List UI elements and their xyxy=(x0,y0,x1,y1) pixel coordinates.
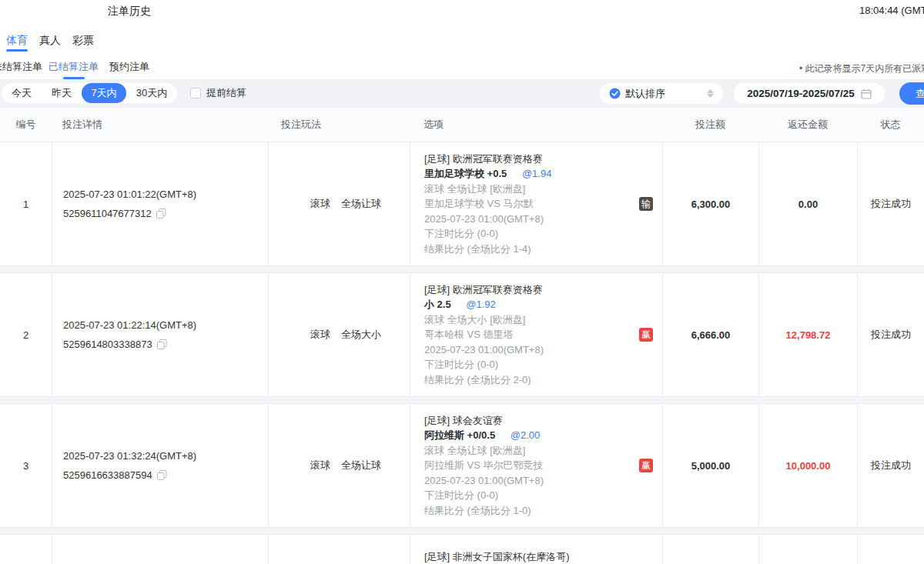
status-cell xyxy=(857,535,924,564)
stake-value: 6,666.00 xyxy=(691,329,731,341)
play-type-cell: 滚球 全场让球 xyxy=(268,404,410,527)
result-score: 结果比分 (全场比分 2-0) xyxy=(424,372,631,388)
table-header: 编号 投注详情 投注玩法 选项 投注额 返还金额 状态 xyxy=(0,108,924,142)
selection-cell: [足球] 欧洲冠军联赛资格赛 里加足球学校 +0.5 @1.94 滚球 全场让球… xyxy=(410,142,662,265)
col-number: 编号 xyxy=(0,118,52,132)
stake-value: 5,000.00 xyxy=(691,460,731,472)
calendar-icon xyxy=(861,88,872,99)
page-title: 注单历史 xyxy=(108,5,151,18)
score-at-bet: 下注时比分 (0-0) xyxy=(424,226,631,242)
row-number xyxy=(0,535,52,564)
status-cell: 投注成功 xyxy=(857,273,924,396)
payout-value: 0.00 xyxy=(798,199,818,210)
range-yesterday[interactable]: 昨天 xyxy=(42,83,82,103)
clock: 18:04:44 (GMT+8) xyxy=(859,5,924,16)
date-range-value: 2025/07/19-2025/07/25 xyxy=(747,88,855,99)
odds: @1.94 xyxy=(522,168,552,179)
bet-details-cell: 2025-07-23 01:01:22(GMT+8) 5259611047677… xyxy=(52,142,268,265)
payout-value: 12,798.72 xyxy=(786,329,831,341)
bet-id-line: 5259614803338873 xyxy=(63,336,268,352)
league: [足球] 欧洲冠军联赛资格赛 xyxy=(424,152,631,167)
col-play-type: 投注玩法 xyxy=(268,118,410,132)
score-at-bet: 下注时比分 (0-0) xyxy=(424,357,631,372)
row-number: 1 xyxy=(0,142,52,265)
play-live: 滚球 xyxy=(310,328,330,342)
selection: 里加足球学校 +0.5 xyxy=(424,168,507,179)
table-row: 1 2025-07-23 01:01:22(GMT+8) 52596110476… xyxy=(0,142,924,266)
market: 滚球 全场让球 [欧洲盘] xyxy=(424,182,631,197)
subtab-unsettled[interactable]: 未结算注单 xyxy=(0,60,42,74)
selection: 小 2.5 xyxy=(424,299,451,310)
stake-cell: 5,000.00 xyxy=(662,404,758,527)
tab-live-casino[interactable]: 真人 xyxy=(39,27,61,58)
league: [足球] 欧洲冠军联赛资格赛 xyxy=(424,282,631,298)
main-tabs: 体育 真人 彩票 xyxy=(0,27,924,58)
bet-history-page: 注单历史 18:04:44 (GMT+8) 体育 真人 彩票 未结算注单 已结算… xyxy=(0,0,924,564)
subtab-reserved[interactable]: 预约注单 xyxy=(109,60,149,74)
col-bet-details: 投注详情 xyxy=(52,118,268,132)
play-type-cell: 滚球 全场大小 xyxy=(268,273,410,396)
col-stake: 投注额 xyxy=(662,118,758,132)
selection-line: 小 2.5 @1.92 xyxy=(424,297,631,312)
col-payout: 返还金额 xyxy=(758,118,857,132)
table-row: 2 2025-07-23 01:22:14(GMT+8) 52596148033… xyxy=(0,272,924,397)
copy-icon[interactable] xyxy=(157,470,167,480)
tab-lottery[interactable]: 彩票 xyxy=(72,27,94,58)
query-button[interactable]: 查询 xyxy=(899,82,924,105)
range-today[interactable]: 今天 xyxy=(2,83,42,103)
score-at-bet: 下注时比分 (0-0) xyxy=(424,488,631,503)
match: 阿拉维斯 VS 毕尔巴鄂竞技 xyxy=(424,458,631,473)
match-time: 2025-07-23 01:00(GMT+8) xyxy=(424,212,631,227)
result-score: 结果比分 (全场比分 1-4) xyxy=(424,242,631,257)
bet-details-cell: 2025-07-23 01:32:24(GMT+8) 5259616633887… xyxy=(52,404,268,527)
range-30days[interactable]: 30天内 xyxy=(126,83,177,103)
subtab-settled[interactable]: 已结算注单 xyxy=(49,60,99,74)
early-settle-toggle[interactable]: 提前结算 xyxy=(190,86,246,100)
league: [足球] 非洲女子国家杯(在摩洛哥) xyxy=(424,549,631,564)
checkbox-icon[interactable] xyxy=(190,88,201,98)
record-note: • 此记录将显示7天内所有已派彩的 xyxy=(799,62,924,75)
col-selection: 选项 xyxy=(410,118,662,132)
sub-tabs: 未结算注单 已结算注单 预约注单 • 此记录将显示7天内所有已派彩的 xyxy=(0,58,924,79)
bet-id: 5259616633887594 xyxy=(63,467,152,483)
play-live: 滚球 xyxy=(310,197,330,211)
market: 滚球 全场大小 [欧洲盘] xyxy=(424,312,631,328)
bet-time: 2025-07-23 01:01:22(GMT+8) xyxy=(63,186,268,202)
league: [足球] 球会友谊赛 xyxy=(424,413,631,429)
play-live: 滚球 xyxy=(310,459,330,472)
odds: @1.92 xyxy=(466,299,496,310)
row-number: 2 xyxy=(0,273,52,396)
selection-cell: [足球] 非洲女子国家杯(在摩洛哥) xyxy=(410,535,662,564)
top-bar: 注单历史 18:04:44 (GMT+8) xyxy=(0,0,924,28)
date-range-picker[interactable]: 2025/07/19-2025/07/25 xyxy=(734,83,885,104)
outcome-badge-win: 赢 xyxy=(639,328,653,342)
bet-id: 5259614803338873 xyxy=(63,336,152,352)
payout-cell: 10,000.00 xyxy=(758,404,857,527)
match: 哥本哈根 VS 德里塔 xyxy=(424,327,631,342)
payout-cell xyxy=(758,535,857,564)
market: 滚球 全场让球 [欧洲盘] xyxy=(424,443,631,459)
tab-sports[interactable]: 体育 xyxy=(6,27,28,58)
sort-select[interactable]: 默认排序 xyxy=(600,83,723,104)
bet-id-line: 5259616633887594 xyxy=(63,467,268,483)
table-row: 3 2025-07-23 01:32:24(GMT+8) 52596166338… xyxy=(0,403,924,528)
check-circle-icon xyxy=(609,88,621,99)
filter-bar: 今天 昨天 7天内 30天内 提前结算 默认排序 2025/07/19-2025… xyxy=(0,79,924,108)
match-time: 2025-07-23 01:00(GMT+8) xyxy=(424,473,631,489)
selection-line: 阿拉维斯 +0/0.5 @2.00 xyxy=(424,428,631,443)
copy-icon[interactable] xyxy=(157,339,167,349)
date-range-segment: 今天 昨天 7天内 30天内 xyxy=(2,83,177,103)
bet-details-cell xyxy=(52,535,268,564)
range-7days[interactable]: 7天内 xyxy=(82,83,126,103)
match: 里加足球学校 VS 马尔默 xyxy=(424,196,631,212)
bet-id: 5259611047677312 xyxy=(63,205,152,222)
bet-id-line: 5259611047677312 xyxy=(63,205,268,222)
play-type-cell xyxy=(268,535,410,564)
match-time: 2025-07-23 01:00(GMT+8) xyxy=(424,342,631,358)
play-name: 全场让球 xyxy=(341,459,381,472)
copy-icon[interactable] xyxy=(156,209,166,219)
play-name: 全场让球 xyxy=(341,197,381,211)
selection-cell: [足球] 欧洲冠军联赛资格赛 小 2.5 @1.92 滚球 全场大小 [欧洲盘]… xyxy=(410,273,662,396)
table-row-partial: [足球] 非洲女子国家杯(在摩洛哥) xyxy=(0,534,924,564)
status-value: 投注成功 xyxy=(871,328,911,342)
